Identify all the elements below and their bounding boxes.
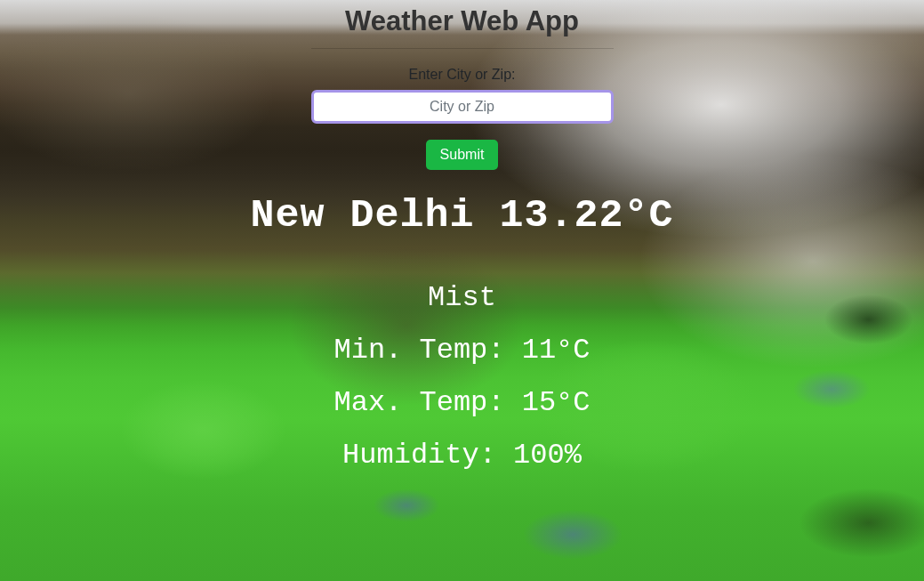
weather-results: New Delhi 13.22°C Mist Min. Temp: 11°C M… [250, 193, 673, 491]
max-temperature: Max. Temp: 15°C [250, 386, 673, 419]
main-container: Weather Web App Enter City or Zip: Submi… [0, 0, 924, 491]
weather-condition: Mist [250, 281, 673, 314]
title-divider [311, 48, 614, 49]
page-title: Weather Web App [345, 5, 579, 37]
location-temperature-headline: New Delhi 13.22°C [250, 193, 673, 238]
submit-button[interactable]: Submit [426, 140, 499, 170]
search-form: Enter City or Zip: Submit [311, 67, 614, 170]
humidity: Humidity: 100% [250, 439, 673, 472]
city-input[interactable] [311, 90, 614, 124]
city-input-label: Enter City or Zip: [408, 67, 515, 83]
min-temperature: Min. Temp: 11°C [250, 334, 673, 367]
